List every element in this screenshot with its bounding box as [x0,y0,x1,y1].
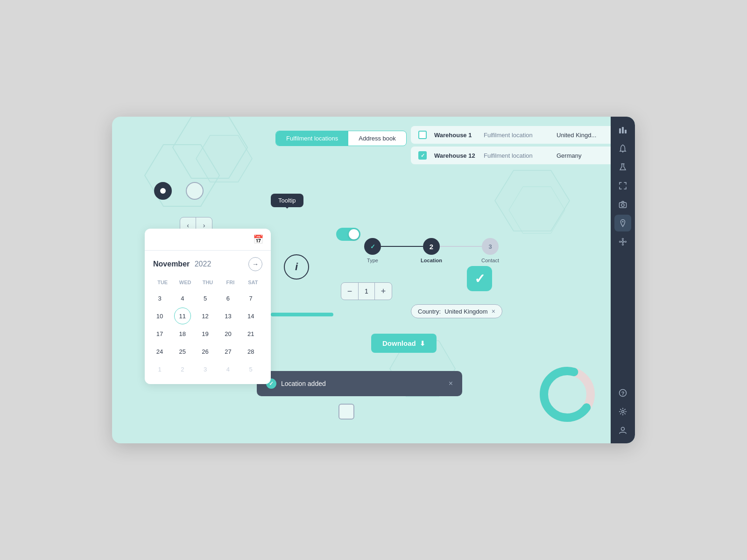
download-button[interactable]: Download ⬇ [371,334,437,353]
toggle-area [336,228,360,241]
sidebar: ? [611,117,635,443]
download-icon: ⬇ [420,340,425,347]
sidebar-icon-settings[interactable] [614,403,631,420]
filter-chip-close-button[interactable]: × [492,308,495,315]
radio-unselected[interactable] [186,182,204,200]
cal-day-next-4[interactable]: 4 [219,361,236,378]
svg-text:?: ? [621,391,625,396]
info-icon-area: i [284,254,309,280]
cal-day-next-5[interactable]: 5 [242,361,259,378]
warehouse-country-12: Germany [557,152,581,159]
warehouse-checkbox-12[interactable] [418,151,427,160]
sidebar-icon-bell[interactable] [614,140,631,157]
cal-day-18[interactable]: 18 [174,325,191,342]
cal-day-25[interactable]: 25 [174,343,191,360]
warehouse-row: Warehouse 1 Fulfilment location United K… [411,126,630,144]
filter-chip-value: United Kingdom [444,308,488,315]
svg-rect-12 [620,203,627,208]
info-icon[interactable]: i [284,254,309,280]
big-checkbox[interactable]: ✓ [467,266,492,291]
cal-day-26[interactable]: 26 [197,343,214,360]
sidebar-icon-flask[interactable] [614,159,631,175]
warehouse-type-12: Fulfilment location [484,152,549,159]
svg-point-11 [622,151,623,152]
svg-point-13 [621,204,624,207]
cal-day-7[interactable]: 7 [242,290,259,307]
svg-marker-5 [509,187,565,233]
cal-day-4[interactable]: 4 [174,290,191,307]
cal-day-17[interactable]: 17 [151,325,168,342]
toast-close-button[interactable]: × [449,379,453,388]
calendar-icon[interactable]: 📅 [253,234,263,245]
cal-day-next-3[interactable]: 3 [197,361,214,378]
tab-fulfilment-locations[interactable]: Fulfilment locations [276,131,348,146]
svg-point-23 [621,427,625,431]
step-3: 3 Contact [482,238,499,255]
toggle-switch[interactable] [336,228,360,241]
svg-marker-2 [196,135,252,182]
radio-group [154,182,204,200]
svg-point-15 [622,241,624,243]
blank-checkbox[interactable] [338,404,354,420]
warehouse-checkbox-1[interactable] [418,131,427,139]
big-checkmark: ✓ [474,271,485,287]
donut-chart [537,364,598,425]
sidebar-icon-expand[interactable] [614,177,631,194]
stepper-decrement-button[interactable]: − [341,283,358,300]
svg-point-18 [622,238,624,240]
cal-day-5[interactable]: 5 [197,290,214,307]
cal-day-20[interactable]: 20 [219,325,236,342]
tabs-container: Fulfilment locations Address book [275,131,407,146]
cal-day-21[interactable]: 21 [242,325,259,342]
cal-day-14[interactable]: 14 [242,308,259,324]
stepper-value: 1 [358,283,375,300]
sidebar-icon-location[interactable] [614,215,631,231]
warehouse-type-1: Fulfilment location [484,132,549,139]
cal-day-12[interactable]: 12 [197,308,214,324]
cal-day-27[interactable]: 27 [219,343,236,360]
toast-message: Location added [281,380,326,387]
warehouse-name-1: Warehouse 1 [434,132,476,139]
sidebar-icon-chart[interactable] [614,121,631,138]
day-header-fri: FRI [219,278,241,287]
tab-address-book[interactable]: Address book [348,131,406,146]
cal-day-next-1[interactable]: 1 [151,361,168,378]
svg-marker-0 [173,117,247,178]
progress-bar-area [271,313,420,316]
step-line-2-3 [440,246,482,247]
svg-point-17 [625,241,627,243]
cal-day-24[interactable]: 24 [151,343,168,360]
sidebar-icon-camera[interactable] [614,196,631,213]
warehouse-name-12: Warehouse 12 [434,152,476,159]
sidebar-icon-user[interactable] [614,422,631,439]
day-header-wed: WED [174,278,196,287]
svg-rect-8 [619,128,621,133]
cal-day-28[interactable]: 28 [242,343,259,360]
calendar-cells: 3 4 5 6 7 10 11 12 13 14 17 18 19 20 21 … [151,290,264,378]
radio-selected[interactable] [154,182,172,200]
sidebar-icon-network[interactable] [614,233,631,250]
step-1: ✓ Type [364,238,381,255]
progress-stepper: ✓ Type 2 Location 3 Contact [364,238,499,255]
calendar-day-headers: TUE WED THU FRI SAT [151,278,264,287]
cal-day-19[interactable]: 19 [197,325,214,342]
sidebar-icon-help[interactable]: ? [614,385,631,401]
stepper-increment-button[interactable]: + [375,283,392,300]
tooltip-box: Tooltip [271,194,303,207]
cal-day-10[interactable]: 10 [151,308,168,324]
svg-point-16 [620,241,621,243]
calendar-next-button[interactable]: → [248,257,262,271]
cal-day-next-2[interactable]: 2 [174,361,191,378]
cal-day-13[interactable]: 13 [219,308,236,324]
step-1-label: Type [367,258,378,263]
calendar-month: November [153,260,190,268]
day-header-thu: THU [197,278,219,287]
calendar-panel: 📅 November 2022 → TUE WED THU FRI SAT 3 … [145,229,271,384]
svg-point-14 [622,221,624,223]
warehouse-list: Warehouse 1 Fulfilment location United K… [411,126,630,164]
cal-day-11-today[interactable]: 11 [174,308,191,324]
cal-day-6[interactable]: 6 [219,290,236,307]
calendar-grid: TUE WED THU FRI SAT 3 4 5 6 7 10 11 12 1… [145,275,271,384]
cal-day-3[interactable]: 3 [151,290,168,307]
step-2: 2 Location [423,238,440,255]
